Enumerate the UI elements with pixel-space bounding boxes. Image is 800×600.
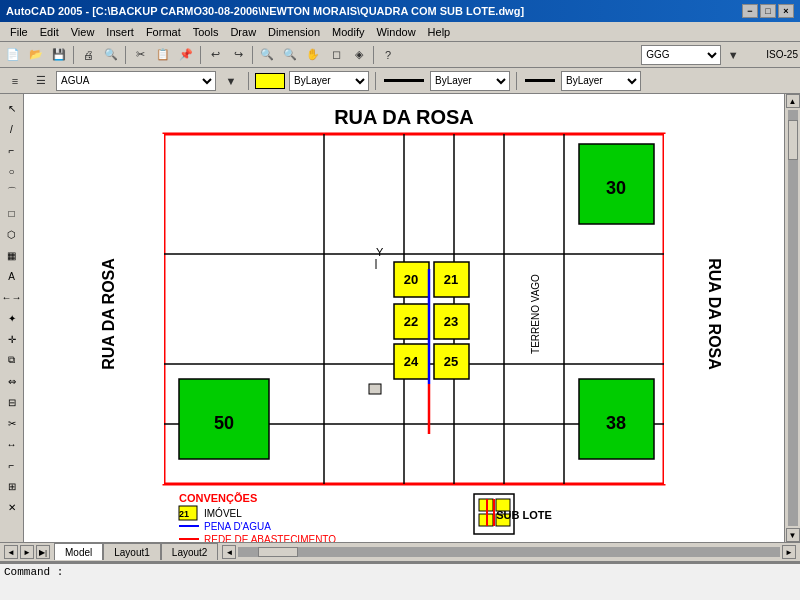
lineweight-select[interactable]: ByLayer (561, 71, 641, 91)
command-label: Command : (4, 566, 796, 578)
vertical-scrollbar[interactable]: ▲ ▼ (784, 94, 800, 542)
tb-preview[interactable]: 🔍 (100, 44, 122, 66)
menu-window[interactable]: Window (370, 25, 421, 39)
menu-dimension[interactable]: Dimension (262, 25, 326, 39)
vscroll-track[interactable] (788, 110, 798, 526)
lt-hatch[interactable]: ▦ (2, 245, 22, 265)
tb-pan[interactable]: ✋ (302, 44, 324, 66)
tb-print[interactable]: 🖨 (77, 44, 99, 66)
menu-draw[interactable]: Draw (224, 25, 262, 39)
menu-modify[interactable]: Modify (326, 25, 370, 39)
linetype-select[interactable]: ByLayer (430, 71, 510, 91)
svg-text:30: 30 (606, 178, 626, 198)
layer-dropdown-btn[interactable]: ▼ (220, 70, 242, 92)
svg-text:21: 21 (444, 272, 458, 287)
lt-select[interactable]: ↖ (2, 98, 22, 118)
tab-next-btn[interactable]: ► (20, 545, 34, 559)
lt-array[interactable]: ⊞ (2, 476, 22, 496)
iso-label: ISO-25 (766, 49, 798, 60)
lt-copy-obj[interactable]: ⧉ (2, 350, 22, 370)
vscroll-thumb[interactable] (788, 120, 798, 160)
window-title: AutoCAD 2005 - [C:\BACKUP CARMO30-08-200… (6, 5, 524, 17)
tb-3d[interactable]: ◻ (325, 44, 347, 66)
lt-insert[interactable]: ✦ (2, 308, 22, 328)
tab-model[interactable]: Model (54, 543, 103, 560)
lt-extend[interactable]: ↔ (2, 434, 22, 454)
menu-file[interactable]: File (4, 25, 34, 39)
main-layout: ↖ / ⌐ ○ ⌒ □ ⬡ ▦ A ←→ ✦ ✛ ⧉ ⇔ ⊟ ✂ ↔ ⌐ ⊞ ✕… (0, 94, 800, 542)
tb-paste[interactable]: 📌 (175, 44, 197, 66)
lt-arc[interactable]: ⌒ (2, 182, 22, 202)
menu-help[interactable]: Help (422, 25, 457, 39)
lt-mirror[interactable]: ⇔ (2, 371, 22, 391)
hscroll-container: ◄ ► (218, 543, 800, 561)
lt-erase[interactable]: ✕ (2, 497, 22, 517)
layer-select[interactable]: AGUA (56, 71, 216, 91)
lt-polygon[interactable]: ⬡ (2, 224, 22, 244)
minimize-button[interactable]: − (742, 4, 758, 18)
lt-trim[interactable]: ✂ (2, 413, 22, 433)
lt-move[interactable]: ✛ (2, 329, 22, 349)
tb-render[interactable]: ◈ (348, 44, 370, 66)
lt-line[interactable]: / (2, 119, 22, 139)
tab-layout2[interactable]: Layout2 (161, 543, 219, 560)
vscroll-up-btn[interactable]: ▲ (786, 94, 800, 108)
properties-bar: ≡ ☰ AGUA ▼ ByLayer ByLayer ByLayer (0, 68, 800, 94)
color-select[interactable]: ByLayer (289, 71, 369, 91)
tb-textstyle[interactable]: ▼ (722, 44, 744, 66)
layer-state-btn[interactable]: ☰ (30, 70, 52, 92)
svg-text:RUA DA ROSA: RUA DA ROSA (100, 258, 117, 370)
close-button[interactable]: × (778, 4, 794, 18)
tab-last-btn[interactable]: ▶| (36, 545, 50, 559)
tab-prev-btn[interactable]: ◄ (4, 545, 18, 559)
hscroll-track[interactable] (238, 547, 780, 557)
tb-sep5 (373, 46, 374, 64)
tab-layout1[interactable]: Layout1 (103, 543, 161, 560)
lineweight-indicator (525, 79, 555, 82)
lt-rect[interactable]: □ (2, 203, 22, 223)
svg-text:25: 25 (444, 354, 458, 369)
lt-text[interactable]: A (2, 266, 22, 286)
tb-cut[interactable]: ✂ (129, 44, 151, 66)
svg-text:50: 50 (214, 413, 234, 433)
layer-manager-btn[interactable]: ≡ (4, 70, 26, 92)
lt-circle[interactable]: ○ (2, 161, 22, 181)
svg-text:RUA DA ROSA: RUA DA ROSA (706, 258, 723, 370)
menu-format[interactable]: Format (140, 25, 187, 39)
lt-fillet[interactable]: ⌐ (2, 455, 22, 475)
text-style-select[interactable]: GGG (641, 45, 721, 65)
color-swatch[interactable] (255, 73, 285, 89)
tb-zoom-out[interactable]: 🔍 (279, 44, 301, 66)
lt-polyline[interactable]: ⌐ (2, 140, 22, 160)
tb-copy[interactable]: 📋 (152, 44, 174, 66)
tb-save[interactable]: 💾 (48, 44, 70, 66)
command-area[interactable]: Command : (0, 562, 800, 600)
tb-undo[interactable]: ↩ (204, 44, 226, 66)
svg-text:24: 24 (404, 354, 419, 369)
menu-view[interactable]: View (65, 25, 101, 39)
drawing-area[interactable]: RUA DA ROSA RUA DA ROSA RUA DA ROSA 30 (24, 94, 784, 542)
left-toolbar: ↖ / ⌐ ○ ⌒ □ ⬡ ▦ A ←→ ✦ ✛ ⧉ ⇔ ⊟ ✂ ↔ ⌐ ⊞ ✕ (0, 94, 24, 542)
tb-open[interactable]: 📂 (25, 44, 47, 66)
svg-rect-36 (369, 384, 381, 394)
vscroll-down-btn[interactable]: ▼ (786, 528, 800, 542)
lt-offset[interactable]: ⊟ (2, 392, 22, 412)
menu-insert[interactable]: Insert (100, 25, 140, 39)
tb-sep2 (125, 46, 126, 64)
title-controls[interactable]: − □ × (742, 4, 794, 18)
tb-new[interactable]: 📄 (2, 44, 24, 66)
prop-sep3 (516, 72, 517, 90)
hscroll-thumb[interactable] (258, 547, 298, 557)
hscroll-right-btn[interactable]: ► (782, 545, 796, 559)
menu-tools[interactable]: Tools (187, 25, 225, 39)
tb-zoom-in[interactable]: 🔍 (256, 44, 278, 66)
tb-redo[interactable]: ↪ (227, 44, 249, 66)
hscroll-left-btn[interactable]: ◄ (222, 545, 236, 559)
menu-edit[interactable]: Edit (34, 25, 65, 39)
tab-scroll-row: ◄ ► ▶| Model Layout1 Layout2 ◄ ► (0, 542, 800, 562)
maximize-button[interactable]: □ (760, 4, 776, 18)
svg-text:23: 23 (444, 314, 458, 329)
tb-help[interactable]: ? (377, 44, 399, 66)
lt-dim[interactable]: ←→ (2, 287, 22, 307)
svg-rect-55 (34, 134, 164, 484)
